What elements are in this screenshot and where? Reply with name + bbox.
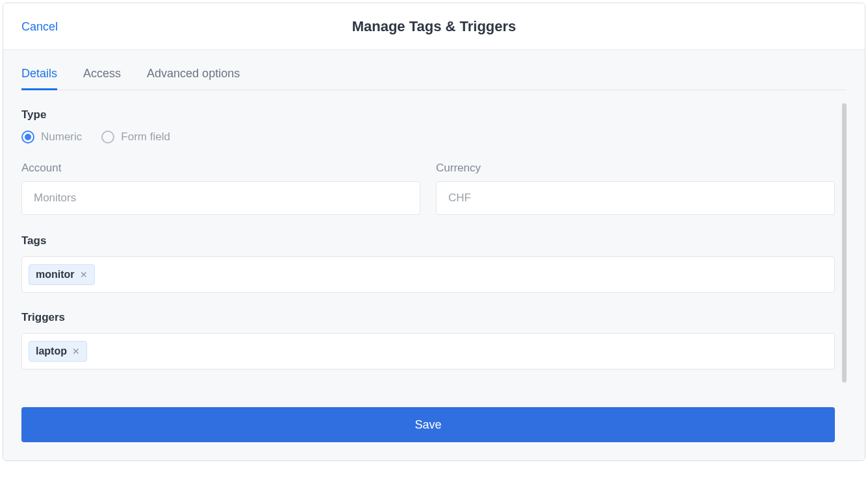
manage-tags-modal: Cancel Manage Tags & Triggers Details Ac… [3,3,865,461]
type-label: Type [21,108,835,121]
radio-icon [101,131,114,144]
account-label: Account [21,162,420,175]
triggers-section: Triggers laptop ✕ [21,311,835,369]
type-section: Type Numeric Form field [21,108,835,144]
currency-field: Currency [436,162,835,215]
account-currency-row: Account Currency [21,162,835,215]
tag-chip-label: monitor [36,269,75,281]
tab-details[interactable]: Details [21,67,57,90]
tags-section: Tags monitor ✕ [21,234,835,293]
currency-input[interactable] [436,181,835,215]
scrollbar[interactable] [842,103,847,382]
account-field: Account [21,162,420,215]
tab-access[interactable]: Access [83,67,121,90]
tags-input[interactable]: monitor ✕ [21,256,835,293]
type-radio-group: Numeric Form field [21,131,835,144]
tag-chip: monitor ✕ [29,264,95,285]
tab-content: Type Numeric Form field Account [21,90,847,442]
currency-label: Currency [436,162,835,175]
tags-label: Tags [21,234,835,247]
radio-form-field[interactable]: Form field [101,131,170,144]
radio-numeric[interactable]: Numeric [21,131,82,144]
save-button[interactable]: Save [21,407,835,442]
remove-trigger-icon[interactable]: ✕ [72,347,80,356]
triggers-input[interactable]: laptop ✕ [21,333,835,369]
radio-numeric-label: Numeric [41,131,82,144]
modal-title: Manage Tags & Triggers [352,18,517,35]
radio-form-field-label: Form field [121,131,170,144]
tab-bar: Details Access Advanced options [21,50,847,90]
modal-header: Cancel Manage Tags & Triggers [3,3,865,50]
tab-advanced-options[interactable]: Advanced options [147,67,240,90]
triggers-label: Triggers [21,311,835,324]
cancel-button[interactable]: Cancel [21,19,58,33]
trigger-chip-label: laptop [36,345,67,357]
scrollbar-thumb[interactable] [842,103,847,382]
modal-body: Details Access Advanced options Type Num… [3,50,865,460]
trigger-chip: laptop ✕ [29,341,87,362]
remove-tag-icon[interactable]: ✕ [80,270,88,279]
radio-icon [21,131,34,144]
account-input[interactable] [21,181,420,215]
